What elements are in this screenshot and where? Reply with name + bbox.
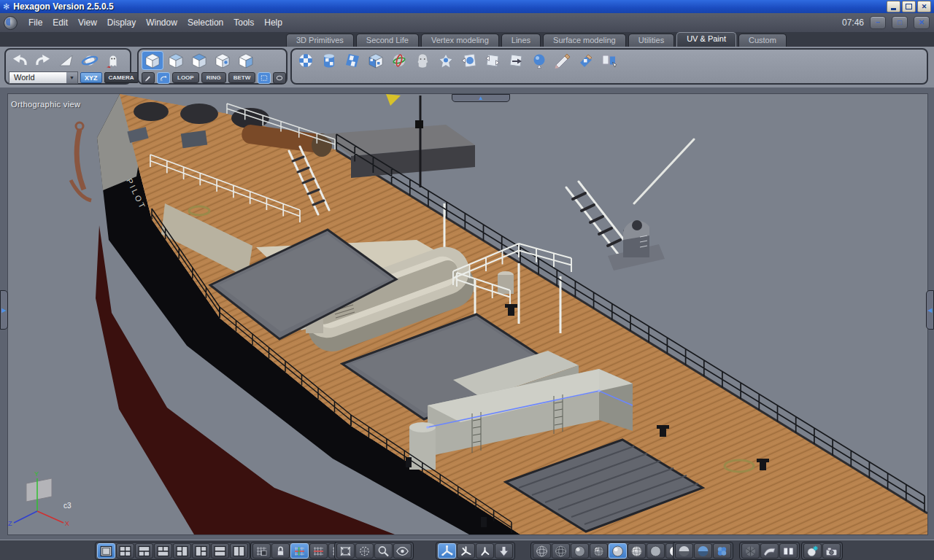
soft-select-icon[interactable] [157, 72, 170, 84]
maximize-button-inner[interactable]: □ [892, 16, 908, 29]
pen-select-icon[interactable] [142, 72, 155, 84]
manipulator-icon[interactable] [438, 543, 456, 559]
close-button-inner[interactable]: ✕ [914, 16, 930, 29]
grid-axes-icon[interactable] [290, 543, 309, 559]
proj-plane-flip-icon[interactable] [505, 51, 527, 70]
proj-sphere-pin-icon[interactable] [528, 51, 550, 70]
menu-window[interactable]: Window [141, 13, 182, 32]
select-object-cube-icon[interactable] [142, 51, 163, 70]
layout-1top-2bottom-icon[interactable] [135, 543, 153, 559]
menu-file[interactable]: File [23, 13, 47, 32]
grid-x-axis-icon[interactable] [309, 543, 328, 559]
sphere-hiddenline-icon[interactable] [552, 543, 570, 559]
marquee-select-icon[interactable] [258, 72, 271, 84]
proj-plane-sphere-icon[interactable] [458, 51, 480, 70]
floating-structure[interactable] [608, 220, 665, 271]
drop-tool-icon[interactable] [495, 543, 513, 559]
menu-edit[interactable]: Edit [47, 13, 73, 32]
uv-panels-icon[interactable] [598, 51, 620, 70]
tab-3d-primitives[interactable]: 3D Primitives [286, 34, 354, 47]
cluster-icon[interactable] [713, 543, 731, 559]
layout-quad-icon[interactable] [116, 543, 134, 559]
menu-help[interactable]: Help [259, 13, 287, 32]
tab-custom[interactable]: Custom [738, 34, 787, 47]
undo-icon[interactable] [9, 51, 31, 70]
layout-1left-2right-icon[interactable] [192, 543, 210, 559]
select-uv-cube-icon[interactable] [235, 51, 257, 70]
tab-lines[interactable]: Lines [501, 34, 541, 47]
collapse-top-handle[interactable]: ▲ [452, 94, 510, 102]
uv-cube-icon[interactable] [365, 51, 387, 70]
tab-utilities[interactable]: Utilities [628, 34, 674, 47]
uv-cylinder-icon[interactable] [318, 51, 340, 70]
minimize-button-inner[interactable]: – [870, 16, 886, 29]
layout-2top-1bottom-icon[interactable] [154, 543, 172, 559]
select-points-cube-icon[interactable] [165, 51, 187, 70]
uv-plane-icon[interactable] [341, 51, 363, 70]
ring-button[interactable]: RING [201, 72, 226, 83]
tab-vertex-modeling[interactable]: Vertex modeling [421, 34, 499, 47]
restore-button[interactable] [902, 1, 916, 12]
menu-tools[interactable]: Tools [228, 13, 259, 32]
sphere-shadedwire-icon[interactable] [590, 543, 608, 559]
wedge-tool-icon[interactable] [55, 51, 77, 70]
move-tool-icon[interactable] [457, 543, 475, 559]
double-panel-icon[interactable] [779, 543, 798, 559]
viewport-canvas[interactable]: PILOT [8, 94, 927, 534]
xyz-button[interactable]: XYZ [80, 72, 102, 83]
uv-globe-icon[interactable] [388, 51, 410, 70]
uv-head-icon[interactable] [412, 51, 433, 70]
sphere-shaded-icon[interactable] [571, 543, 589, 559]
halfsphere-gray-icon[interactable] [675, 543, 693, 559]
uv-unwrap-star-icon[interactable] [435, 51, 457, 70]
title-bar[interactable]: ✻ Hexagon Version 2.5.0.5 ✕ [0, 0, 934, 13]
sphere-flat-icon[interactable] [647, 543, 665, 559]
orbit-sphere-icon[interactable] [79, 51, 101, 70]
collapse-right-handle[interactable]: ◀ [926, 290, 934, 330]
viewport-label: Orthographic view [11, 100, 80, 109]
layout-single-icon[interactable] [97, 543, 115, 559]
lasso-select-icon[interactable] [273, 72, 286, 84]
betw-button[interactable]: BETW [228, 72, 256, 83]
snap-tool-icon[interactable] [476, 543, 494, 559]
menu-selection[interactable]: Selection [182, 13, 228, 32]
paint-texture-icon[interactable] [575, 51, 597, 70]
layout-2rows-icon[interactable] [211, 543, 229, 559]
sphere-smooth-icon[interactable] [609, 543, 627, 559]
proj-plane-unfold-icon[interactable] [482, 51, 503, 70]
layout-2left-1right-icon[interactable] [173, 543, 191, 559]
camera-button[interactable]: CAMERA [104, 72, 139, 83]
bent-plane-icon[interactable] [760, 543, 779, 559]
select-edges-cube-icon[interactable] [188, 51, 210, 70]
world-dropdown[interactable]: World ▼ [9, 71, 78, 84]
collapse-left-handle[interactable]: ▶ [0, 290, 8, 330]
menu-display[interactable]: Display [102, 13, 141, 32]
halfsphere-blue-icon[interactable] [694, 543, 712, 559]
render-camera-icon[interactable] [822, 543, 841, 559]
select-faces-cube-icon[interactable] [212, 51, 234, 70]
tab-second-life[interactable]: Second Life [356, 34, 419, 47]
sphere-wireframe-icon[interactable] [533, 543, 551, 559]
light-icon[interactable] [803, 543, 822, 559]
tab-surface-modeling[interactable]: Surface modeling [543, 34, 626, 47]
pan-view-icon[interactable] [355, 543, 374, 559]
viewport[interactable]: Orthographic view PILOT [7, 93, 928, 535]
tab-uv-paint[interactable]: UV & Paint [676, 32, 736, 47]
layout-2cols-icon[interactable] [230, 543, 248, 559]
grid-snap-icon[interactable] [252, 543, 271, 559]
redo-icon[interactable] [32, 51, 54, 70]
ghost-tool-icon[interactable] [102, 51, 124, 70]
minimize-button[interactable] [887, 1, 900, 12]
lock-icon[interactable] [271, 543, 290, 559]
loop-button[interactable]: LOOP [172, 72, 199, 83]
paint-brush-icon[interactable] [552, 51, 574, 70]
facet-sphere-icon[interactable] [741, 543, 760, 559]
fit-view-icon[interactable] [336, 543, 355, 559]
sphere-smoothwire-icon[interactable] [628, 543, 646, 559]
eye-view-icon[interactable] [393, 543, 412, 559]
chevron-down-icon[interactable]: ▼ [66, 72, 77, 83]
menu-view[interactable]: View [73, 13, 102, 32]
zoom-view-icon[interactable] [374, 543, 393, 559]
close-button[interactable]: ✕ [917, 1, 931, 12]
uv-sphere-icon[interactable] [295, 51, 317, 70]
